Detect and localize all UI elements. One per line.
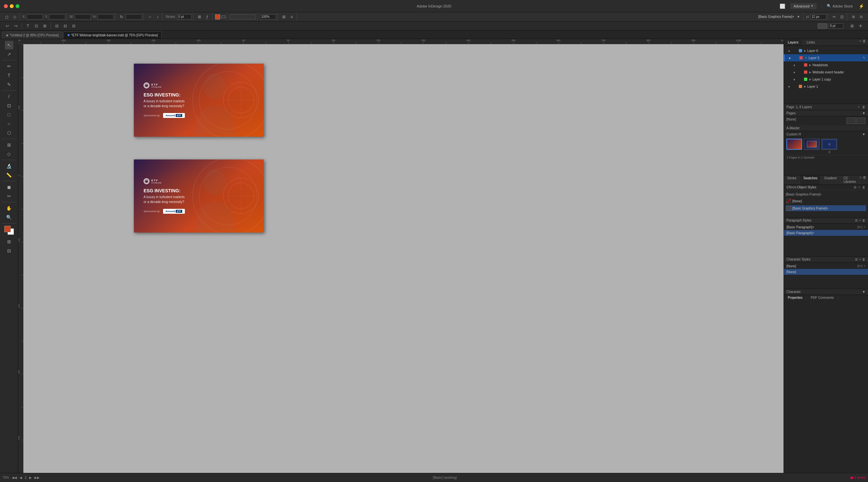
page-nav-prev[interactable]: ◀: [20, 476, 22, 479]
layer-6-lock[interactable]: [793, 49, 798, 53]
thumb-item-2[interactable]: [804, 139, 819, 150]
selection-tool[interactable]: ◻: [3, 13, 10, 21]
stroke-tab[interactable]: Stroke: [784, 175, 800, 185]
swatches-delete-icon[interactable]: 🗑: [863, 175, 866, 185]
object-styles-label[interactable]: Object Styles: [797, 186, 816, 189]
align-center-icon[interactable]: ⊟: [62, 23, 69, 30]
measure-btn[interactable]: 📏: [5, 171, 13, 179]
para-style-row-1[interactable]: [Basic Paragraph]+ [0+] +: [784, 224, 868, 230]
cc-libraries-tab[interactable]: CC Libraries: [840, 175, 860, 185]
page-nav-next-next[interactable]: ▶▶: [34, 476, 40, 479]
thumb-item-1[interactable]: [786, 139, 802, 150]
scissors-btn[interactable]: ✂: [5, 192, 13, 200]
rotation-input[interactable]: [126, 14, 142, 20]
w-input[interactable]: [75, 14, 91, 20]
pdf-comments-tab[interactable]: PDF Comments: [807, 295, 838, 300]
notification-icon[interactable]: ⚡: [859, 4, 864, 9]
flip-h-icon[interactable]: ↔: [146, 13, 153, 21]
gradient-btn[interactable]: ◼: [5, 183, 13, 191]
fill-swatch[interactable]: [4, 226, 11, 232]
char-style-edit-1[interactable]: +: [864, 264, 865, 268]
sw-icon1[interactable]: ⊞: [854, 186, 856, 189]
para-styles-menu-icon[interactable]: +: [859, 219, 861, 222]
h-input[interactable]: [97, 14, 114, 20]
tab-untitled[interactable]: *Untitled-2 @ 99% [CPU Preview]: [2, 32, 63, 39]
flip-v-icon[interactable]: ↕: [154, 13, 161, 21]
thumb-img-1[interactable]: [786, 139, 802, 150]
view-grid-icon[interactable]: ⊞: [280, 13, 287, 21]
eyedropper-btn[interactable]: 🔬: [5, 162, 13, 170]
undo-icon[interactable]: ↩: [4, 23, 11, 30]
fill-color-box[interactable]: [215, 14, 220, 20]
canvas-body[interactable]: ETF STREAM ESG INVESTING: A luxury in tu…: [23, 44, 783, 473]
type-tool-btn[interactable]: T: [5, 71, 13, 79]
thumb-img-3[interactable]: ⊡: [822, 139, 837, 150]
layer-item-1copy[interactable]: ● ▶ Layer 1 copy: [784, 76, 868, 83]
direct-select-tool[interactable]: ◇: [11, 13, 18, 21]
formula-icon[interactable]: ƒ: [204, 13, 211, 21]
layer-1-lock[interactable]: [793, 84, 798, 89]
gradient-tab[interactable]: Gradient: [821, 175, 840, 185]
layer-1copy-visibility[interactable]: ●: [792, 77, 797, 82]
amaster-section-toggle[interactable]: A-Master: [784, 125, 868, 131]
custom-h-dropdown[interactable]: ▼: [862, 132, 865, 136]
pages-delete-icon[interactable]: 🗑: [862, 105, 865, 109]
tab-main[interactable]: *ETF Webinar-brighttalk-banner.indd @ 75…: [63, 32, 162, 39]
zoom-tool-btn[interactable]: 🔍: [5, 213, 13, 222]
errors-indicator[interactable]: 2 errors: [850, 476, 865, 479]
layer-item-5[interactable]: ● ▼ Layer 5 ✎: [784, 54, 868, 61]
properties-tab[interactable]: Properties: [784, 295, 807, 300]
polygon-tool-btn[interactable]: ⬡: [5, 129, 13, 137]
layer-website-visibility[interactable]: ●: [792, 69, 797, 75]
stroke-color-preview[interactable]: [221, 15, 225, 18]
pen-tool-btn[interactable]: ✏: [5, 62, 13, 70]
stroke-input[interactable]: [177, 14, 192, 20]
layer-item-headshots[interactable]: ● ▶ Headshots: [784, 61, 868, 68]
hand-tool-btn[interactable]: ✋: [5, 204, 13, 213]
layers-new-icon[interactable]: +: [859, 39, 861, 45]
layer-5-lock[interactable]: [794, 56, 798, 60]
advanced-button[interactable]: Advanced ▼: [790, 3, 817, 9]
pencil-tool-btn[interactable]: ✎: [5, 80, 13, 89]
para-styles-delete-icon[interactable]: 🗑: [862, 219, 865, 222]
para-style-row-2[interactable]: [Basic Paragraph]+: [784, 230, 868, 236]
page-thumb-none-2[interactable]: [856, 118, 865, 124]
select-tool-btn[interactable]: ↖: [5, 41, 13, 50]
x-input[interactable]: [27, 14, 43, 20]
fit-icon2[interactable]: ⊟: [858, 13, 865, 21]
pt-input[interactable]: [810, 14, 827, 20]
layer-1copy-lock[interactable]: [798, 77, 803, 82]
color-selector[interactable]: [4, 226, 14, 235]
stroke-style-input[interactable]: [230, 14, 256, 20]
para-styles-new-icon[interactable]: ⊞: [855, 219, 858, 222]
pages-new-icon[interactable]: +: [858, 105, 860, 109]
adobe-stock-button[interactable]: 🔍 Adobe Stock: [827, 4, 853, 8]
canvas-area[interactable]: -550-450-350-250-150-5050150250350450550…: [18, 39, 783, 473]
frame-opts-icon[interactable]: ⊡: [33, 23, 40, 30]
rect-frame-btn[interactable]: ⊡: [5, 101, 13, 110]
stroke-val-input[interactable]: [829, 23, 843, 29]
align-right-icon[interactable]: ⊟: [70, 23, 77, 30]
screen-mode-btn[interactable]: ⊟: [5, 247, 13, 255]
char-styles-delete-icon[interactable]: 🗑: [862, 258, 865, 261]
page-nav-next[interactable]: ▶: [29, 476, 32, 479]
layer-item-1[interactable]: ● ▶ Layer 1: [784, 83, 868, 90]
char-style-row-1[interactable]: [None] [0+] +: [784, 263, 868, 269]
layer-website-lock[interactable]: [798, 70, 803, 74]
fill-frame-icon[interactable]: ⊡: [838, 13, 845, 21]
para-style-edit-icon-1[interactable]: +: [864, 225, 865, 229]
grid-snap-icon[interactable]: ⊞: [848, 23, 856, 30]
layer-1-visibility[interactable]: ●: [786, 84, 792, 89]
pages-section-toggle[interactable]: Pages ▼: [784, 110, 868, 116]
smart-guides-icon[interactable]: ✛: [857, 23, 864, 30]
direct-select-btn[interactable]: ↗: [5, 50, 13, 59]
rotate-icon[interactable]: ↻: [118, 13, 125, 21]
page-nav-prev-prev[interactable]: ◀◀: [12, 476, 17, 479]
shear-tool-btn[interactable]: ◇: [5, 150, 13, 158]
char-styles-menu-icon[interactable]: +: [859, 258, 861, 261]
layer-6-visibility[interactable]: ●: [786, 48, 792, 53]
layer-headshots-lock[interactable]: [798, 63, 803, 67]
page-thumb-none-1[interactable]: [846, 118, 856, 124]
sw-icon2[interactable]: +: [858, 186, 860, 189]
thumb-img-2[interactable]: [804, 139, 819, 150]
